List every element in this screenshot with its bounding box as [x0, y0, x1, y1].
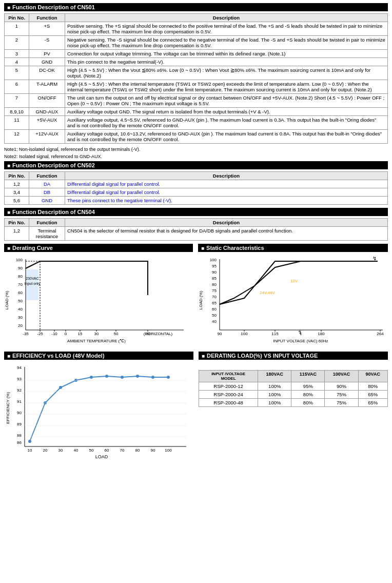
svg-text:230VAC: 230VAC [26, 277, 39, 280]
svg-text:LOAD (%): LOAD (%) [199, 290, 203, 309]
table-row: RSP-2000-24100%80%75%65% [199, 391, 388, 399]
svg-text:70: 70 [18, 282, 23, 287]
svg-text:94: 94 [17, 365, 22, 370]
cn504-table: Pin No. Function Description 1,2Terminal… [4, 218, 388, 241]
dl-header-115: 115VAC [291, 371, 325, 382]
svg-text:↯: ↯ [298, 329, 302, 335]
derating-load-title: DERATING LOAD(%) VS INPUT VOLTAGE [199, 352, 388, 360]
svg-text:50: 50 [89, 448, 94, 453]
cn502-header-pin: Pin No. [5, 172, 29, 180]
derating-curve-chart: 100 90 80 70 60 50 40 30 20 LOAD (%) -35… [4, 254, 189, 346]
svg-point-93 [151, 376, 154, 379]
svg-text:60: 60 [18, 290, 23, 295]
cn501-note1: Note1: Non-isolated signal, referenced t… [4, 147, 388, 152]
svg-text:86: 86 [17, 440, 22, 445]
svg-text:115: 115 [271, 332, 279, 336]
cn501-title: Function Description of CN501 [4, 3, 388, 11]
table-row: 5,6GNDThese pins connect to the negative… [5, 197, 388, 205]
svg-text:180: 180 [318, 332, 325, 336]
efficiency-title: EFFICIENCY vs LOAD (48V Model) [4, 352, 193, 360]
dl-header-model: INPUT /VOLTAGEMODEL [199, 371, 258, 382]
svg-text:40: 40 [18, 307, 23, 312]
svg-text:60: 60 [212, 307, 217, 312]
svg-text:30: 30 [58, 448, 63, 453]
svg-text:100: 100 [210, 258, 217, 262]
svg-text:40: 40 [74, 448, 79, 453]
svg-text:-35: -35 [23, 332, 29, 336]
svg-point-87 [59, 386, 62, 389]
cn502-header-desc: Description [65, 172, 388, 180]
table-row: 3PVConnection for output voltage trimmin… [5, 50, 388, 58]
svg-point-90 [105, 375, 108, 378]
cn501-header-pin: Pin No. [5, 14, 29, 22]
svg-text:65: 65 [212, 301, 217, 305]
dl-header-90: 90VAC [358, 371, 387, 382]
svg-text:50: 50 [212, 313, 217, 318]
cn504-header-func: Function [29, 219, 65, 227]
table-row: 5DC-OKHigh (4.5 ~ 5.5V) : When the Vout … [5, 66, 388, 80]
svg-text:EFFICIENCY (%): EFFICIENCY (%) [6, 392, 10, 424]
table-row: 8,9,10GND-AUXAuxiliary voltage output GN… [5, 108, 388, 116]
svg-text:100: 100 [16, 258, 23, 262]
table-row: 4GNDThis pin connect to the negative ter… [5, 58, 388, 66]
svg-text:30: 30 [94, 332, 99, 336]
svg-text:24V,48V: 24V,48V [260, 290, 276, 295]
svg-text:AMBIENT TEMPERATURE (℃): AMBIENT TEMPERATURE (℃) [67, 339, 126, 343]
dl-header-100: 100VAC [325, 371, 358, 382]
svg-text:↯: ↯ [373, 256, 377, 261]
table-row: RSP-2000-12100%95%90%80% [199, 382, 388, 391]
svg-text:100: 100 [241, 332, 248, 336]
svg-text:(HORIZONTAL): (HORIZONTAL) [144, 332, 173, 336]
cn501-section: Function Description of CN501 Pin No. Fu… [4, 3, 388, 159]
svg-text:88: 88 [17, 433, 22, 438]
table-row: RSP-2000-48100%80%75%65% [199, 399, 388, 407]
svg-text:70: 70 [212, 295, 217, 299]
svg-text:90: 90 [218, 332, 222, 336]
svg-text:LOAD (%): LOAD (%) [5, 290, 9, 309]
svg-point-91 [121, 376, 124, 379]
svg-text:91: 91 [17, 399, 22, 404]
svg-text:20: 20 [18, 323, 23, 328]
svg-text:40: 40 [212, 319, 217, 324]
page: Function Description of CN501 Pin No. Fu… [0, 0, 392, 473]
table-row: 3,4DBDifferential digital signal for par… [5, 188, 388, 197]
svg-text:20: 20 [43, 448, 48, 453]
cn504-header-pin: Pin No. [5, 219, 29, 227]
svg-text:75: 75 [212, 288, 217, 293]
table-row: 7ON/OFFThe unit can turn the output on a… [5, 94, 388, 108]
svg-point-89 [90, 376, 93, 379]
cn501-note2: Note2: Isolated signal, referenced to GN… [4, 154, 388, 159]
derating-curve-title: Derating Curve [4, 244, 193, 252]
efficiency-chart: 94 93 92 91 90 89 88 86 EFFICIENCY (%) 1… [4, 362, 189, 464]
cn504-section: Function Description of CN504 Pin No. Fu… [4, 208, 388, 241]
svg-text:80: 80 [212, 282, 217, 287]
svg-text:100: 100 [165, 448, 172, 453]
cn502-section: Function Description of CN502 Pin No. Fu… [4, 161, 388, 205]
svg-text:70: 70 [120, 448, 125, 453]
cn501-header-func: Function [29, 14, 65, 22]
derating-load-section: DERATING LOAD(%) VS INPUT VOLTAGE INPUT … [199, 352, 388, 465]
svg-text:80: 80 [135, 448, 140, 453]
dl-header-180: 180VAC [258, 371, 291, 382]
svg-text:60: 60 [105, 448, 109, 453]
svg-text:90: 90 [151, 448, 155, 453]
derating-load-table: INPUT /VOLTAGEMODEL 180VAC 115VAC 100VAC… [199, 370, 388, 407]
svg-point-85 [28, 440, 31, 443]
svg-text:90: 90 [17, 411, 22, 415]
svg-text:80: 80 [18, 274, 23, 279]
table-row: 11+5V-AUXAuxiliary voltage output, 4.5~5… [5, 116, 388, 130]
svg-text:95: 95 [212, 264, 217, 268]
svg-text:90: 90 [212, 270, 217, 275]
cn502-header-func: Function [29, 172, 65, 180]
svg-text:0: 0 [65, 332, 67, 336]
svg-text:INPUT VOLTAGE (VAC) 60Hz: INPUT VOLTAGE (VAC) 60Hz [273, 339, 328, 343]
svg-text:93: 93 [17, 377, 22, 381]
svg-text:12V: 12V [290, 279, 298, 283]
svg-text:10: 10 [28, 448, 32, 453]
table-row: 1,2DADifferential digital signal for par… [5, 180, 388, 188]
svg-point-94 [167, 376, 170, 379]
svg-text:-25: -25 [37, 332, 43, 336]
svg-text:15: 15 [78, 332, 83, 336]
cn504-title: Function Description of CN504 [4, 208, 388, 216]
static-char-chart: 100 95 90 85 80 75 70 65 60 50 40 LOAD (… [198, 254, 388, 346]
